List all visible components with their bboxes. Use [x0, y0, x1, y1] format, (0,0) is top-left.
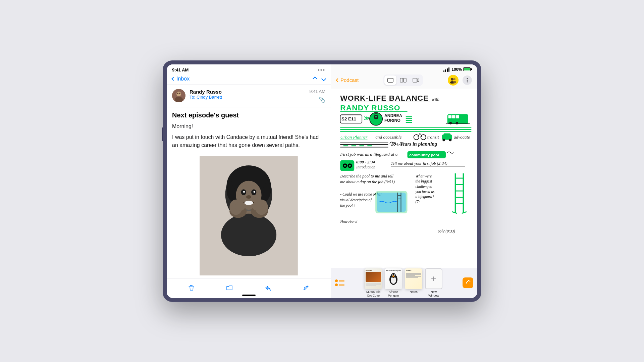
wifi-icon	[443, 67, 449, 72]
svg-text:RANDY RUSSO: RANDY RUSSO	[340, 103, 400, 112]
folder-icon	[226, 284, 233, 292]
compose-button[interactable]	[300, 282, 312, 294]
to-label: To:	[190, 95, 195, 100]
svg-rect-60	[452, 115, 455, 118]
mail-nav-bar: Inbox	[167, 74, 331, 85]
side-button[interactable]	[162, 127, 163, 141]
african-penguin-label: African Penguin	[388, 290, 399, 298]
svg-text:10+ Years in planning: 10+ Years in planning	[391, 141, 437, 146]
svg-rect-89	[340, 160, 354, 171]
mutual-aid-label: Mutual Aid Orc Cove	[366, 290, 380, 298]
svg-rect-29	[400, 78, 403, 82]
svg-rect-28	[388, 78, 393, 82]
svg-point-91	[347, 163, 352, 168]
notes-label: Notes	[410, 290, 418, 294]
svg-rect-31	[413, 78, 417, 82]
svg-text:community pool: community pool	[409, 153, 439, 157]
svg-rect-119	[377, 192, 406, 211]
compose-icon	[303, 284, 310, 292]
people-icon	[450, 77, 457, 84]
mail-status-bar: 9:41 AM •••	[167, 64, 331, 74]
move-button[interactable]	[223, 282, 235, 294]
notes-dock: Mutual Aid Mutual Aid Orc Cove	[331, 268, 477, 298]
home-indicator	[242, 295, 256, 296]
sender-info: Randy Russo To: Cindy Barrett	[190, 89, 305, 100]
svg-point-93	[349, 164, 351, 166]
back-label: Podcast	[340, 77, 359, 83]
svg-text:the biggest: the biggest	[415, 179, 432, 184]
collaboration-button[interactable]	[448, 75, 459, 86]
more-options-button[interactable]	[463, 75, 472, 85]
svg-point-17	[253, 191, 255, 193]
svg-point-26	[235, 202, 246, 210]
svg-point-48	[370, 112, 382, 125]
recipient-name[interactable]: Cindy Barrett	[197, 95, 222, 100]
trash-icon	[187, 284, 195, 292]
attachment-icon: 📎	[319, 97, 325, 103]
svg-point-71	[421, 135, 426, 140]
mutual-aid-thumbnail[interactable]: Mutual Aid Mutual Aid Orc Cove	[365, 268, 382, 298]
view-switcher	[383, 74, 423, 86]
split-view-button[interactable]	[397, 75, 409, 85]
svg-rect-73	[442, 135, 452, 140]
notes-panel: 100% Podcast	[331, 64, 477, 298]
status-time: 9:41 AM	[172, 67, 189, 72]
svg-text:≫: ≫	[364, 115, 370, 121]
svg-text:Tell me about your first job (: Tell me about your first job (2:34)	[391, 161, 447, 165]
svg-rect-59	[448, 115, 452, 118]
next-email-button[interactable]	[322, 77, 325, 81]
african-penguin-thumbnail[interactable]: African Penguin	[385, 268, 402, 298]
slide-over-button[interactable]	[410, 75, 422, 85]
signal-area: 100%	[443, 67, 472, 72]
status-dots: •••	[318, 67, 325, 73]
svg-text:What were: What were	[415, 174, 432, 178]
svg-point-62	[449, 122, 452, 124]
svg-point-131	[392, 275, 393, 275]
svg-point-76	[449, 139, 452, 141]
battery-icon	[463, 67, 472, 71]
mail-back-button[interactable]: Inbox	[172, 76, 190, 82]
notes-thumbnail[interactable]: Notes Notes	[405, 268, 422, 298]
svg-point-133	[392, 275, 394, 277]
new-window-label: New Window	[428, 290, 439, 298]
reply-button[interactable]	[262, 282, 274, 294]
svg-point-63	[456, 122, 459, 124]
svg-text:First job was as a lifeguard a: First job was as a lifeguard at a	[340, 152, 397, 157]
podcast-back-button[interactable]: Podcast	[336, 77, 359, 83]
mail-panel: 9:41 AM ••• Inbox	[167, 64, 331, 298]
pencil-edit-button[interactable]	[463, 277, 473, 288]
delete-button[interactable]	[185, 282, 197, 294]
svg-line-114	[462, 212, 467, 213]
svg-text:with: with	[432, 97, 439, 102]
svg-point-21	[221, 213, 276, 256]
email-sender-row: Randy Russo To: Cindy Barrett 9:41 AM 📎	[167, 85, 331, 107]
svg-text:ANDREA: ANDREA	[384, 113, 402, 118]
svg-text:(7:: (7:	[415, 200, 420, 204]
person-photo	[172, 156, 325, 275]
sender-avatar	[172, 89, 185, 102]
three-column-icon	[413, 77, 419, 83]
new-window-thumbnail[interactable]: + New Window	[425, 268, 442, 298]
prev-email-button[interactable]	[313, 77, 317, 81]
svg-point-37	[467, 78, 468, 79]
svg-point-49	[374, 115, 378, 119]
svg-point-51	[376, 116, 377, 117]
two-column-icon	[400, 77, 407, 83]
email-photo-area	[167, 153, 331, 278]
pencil-icon	[465, 280, 471, 286]
email-subject: Next episode's guest	[167, 107, 331, 121]
notes-actions	[448, 75, 472, 86]
svg-point-70	[414, 135, 419, 140]
single-view-button[interactable]	[384, 75, 396, 85]
svg-text:WORK-LIFE BALANCE: WORK-LIFE BALANCE	[340, 94, 429, 102]
chevron-left-icon	[171, 77, 175, 81]
more-icon	[465, 77, 470, 83]
svg-text:S2 E11: S2 E11	[341, 116, 356, 121]
add-window-icon: +	[425, 268, 442, 289]
notes-canvas[interactable]: WORK-LIFE BALANCE with RANDY RUSSO	[331, 89, 477, 268]
svg-point-132	[394, 275, 395, 275]
svg-text:you faced as: you faced as	[415, 189, 435, 194]
bullet-icon	[335, 278, 344, 288]
single-column-icon	[387, 77, 394, 83]
svg-text:advocate: advocate	[454, 134, 470, 139]
